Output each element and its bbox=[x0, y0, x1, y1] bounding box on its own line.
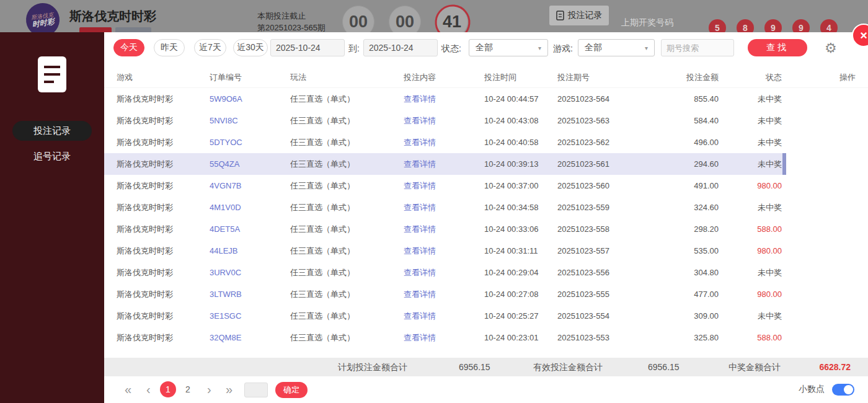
view-detail-link[interactable]: 查看详情 bbox=[404, 268, 436, 277]
table-row[interactable]: 斯洛伐克时时彩 5DTYOC 任三直选（单式） 查看详情 10-24 00:40… bbox=[104, 131, 868, 153]
first-page-icon[interactable]: « bbox=[125, 381, 131, 397]
cell-game: 斯洛伐克时时彩 bbox=[117, 289, 210, 300]
order-number-link[interactable]: 3E1SGC bbox=[210, 311, 290, 321]
order-number-link[interactable]: 5DTYOC bbox=[210, 138, 290, 147]
view-detail-link[interactable]: 查看详情 bbox=[404, 333, 436, 342]
table-row[interactable]: 斯洛伐克时时彩 32QM8E 任三直选（单式） 查看详情 10-24 00:23… bbox=[104, 327, 868, 348]
table-row[interactable]: 斯洛伐克时时彩 3E1SGC 任三直选（单式） 查看详情 10-24 00:25… bbox=[104, 305, 868, 327]
cell-play-type: 任三直选（单式） bbox=[290, 224, 404, 235]
gear-icon[interactable]: ⚙ bbox=[825, 40, 837, 56]
deadline-label: 本期投注截止 bbox=[257, 11, 306, 22]
sidebar-item-chase-records[interactable]: 追号记录 bbox=[12, 146, 92, 166]
plan-total-label: 计划投注金额合计 bbox=[338, 358, 407, 376]
last-page-icon[interactable]: » bbox=[226, 381, 232, 397]
cell-amount: 304.80 bbox=[632, 268, 719, 277]
cell-game: 斯洛伐克时时彩 bbox=[117, 202, 210, 213]
cell-play-type: 任三直选（单式） bbox=[290, 246, 404, 257]
cell-game: 斯洛伐克时时彩 bbox=[117, 115, 210, 126]
cell-play-type: 任三直选（单式） bbox=[290, 180, 404, 192]
table-row[interactable]: 斯洛伐克时时彩 3LTWRB 任三直选（单式） 查看详情 10-24 00:27… bbox=[104, 283, 868, 305]
cell-status: 未中奖 bbox=[719, 115, 782, 126]
cell-game: 斯洛伐克时时彩 bbox=[117, 180, 210, 192]
cell-amount: 855.40 bbox=[632, 94, 719, 104]
order-number-link[interactable]: 3LTWRB bbox=[210, 290, 290, 299]
view-detail-link[interactable]: 查看详情 bbox=[404, 159, 436, 169]
cell-play-type: 任三直选（单式） bbox=[290, 311, 404, 322]
order-number-link[interactable]: 5W9O6A bbox=[210, 94, 290, 104]
chevron-down-icon: ▾ bbox=[645, 45, 648, 51]
background-page-header: 斯洛伐克 时时彩 斯洛伐克时时彩 本期投注截止 第20251023-565期 0… bbox=[0, 0, 868, 37]
view-detail-link[interactable]: 查看详情 bbox=[404, 94, 436, 104]
quick-filter-30days[interactable]: 近30天 bbox=[233, 39, 268, 56]
view-detail-link[interactable]: 查看详情 bbox=[404, 138, 436, 147]
cell-status: 980.00 bbox=[719, 246, 782, 255]
table-row[interactable]: 斯洛伐克时时彩 4M1V0D 任三直选（单式） 查看详情 10-24 00:34… bbox=[104, 197, 868, 218]
order-number-link[interactable]: 55Q4ZA bbox=[210, 159, 290, 169]
quick-filter-7days[interactable]: 近7天 bbox=[194, 39, 226, 56]
sidebar-item-bet-records[interactable]: 投注记录 bbox=[12, 121, 92, 141]
order-number-link[interactable]: 5NVI8C bbox=[210, 116, 290, 125]
view-detail-link[interactable]: 查看详情 bbox=[404, 224, 436, 234]
view-detail-link[interactable]: 查看详情 bbox=[404, 311, 436, 321]
order-number-link[interactable]: 44LEJB bbox=[210, 246, 290, 255]
order-number-link[interactable]: 32QM8E bbox=[210, 333, 290, 342]
page-2-button[interactable]: 2 bbox=[180, 381, 196, 397]
table-row[interactable]: 斯洛伐克时时彩 44LEJB 任三直选（单式） 查看详情 10-24 00:31… bbox=[104, 240, 868, 262]
summary-bar: 计划投注金额合计 6956.15 有效投注金额合计 6956.15 中奖金额合计… bbox=[104, 358, 868, 376]
issue-search-input[interactable] bbox=[661, 39, 734, 56]
cell-issue: 20251023-559 bbox=[557, 203, 632, 212]
search-button[interactable]: 查找 bbox=[748, 39, 807, 56]
status-select[interactable]: 全部 ▾ bbox=[469, 39, 548, 56]
close-icon: × bbox=[860, 29, 867, 43]
table-row[interactable]: 斯洛伐克时时彩 4VGN7B 任三直选（单式） 查看详情 10-24 00:37… bbox=[104, 175, 868, 197]
table-row[interactable]: 斯洛伐克时时彩 55Q4ZA 任三直选（单式） 查看详情 10-24 00:39… bbox=[104, 153, 868, 175]
cell-issue: 20251023-558 bbox=[557, 224, 632, 234]
game-select[interactable]: 全部 ▾ bbox=[578, 39, 655, 56]
quick-filter-yesterday[interactable]: 昨天 bbox=[154, 39, 185, 56]
cell-amount: 324.60 bbox=[632, 203, 719, 212]
prev-page-icon[interactable]: ‹ bbox=[146, 381, 151, 397]
table-body: 斯洛伐克时时彩 5W9O6A 任三直选（单式） 查看详情 10-24 00:44… bbox=[104, 88, 868, 348]
cell-game: 斯洛伐克时时彩 bbox=[117, 267, 210, 278]
table-row[interactable]: 斯洛伐克时时彩 5NVI8C 任三直选（单式） 查看详情 10-24 00:43… bbox=[104, 110, 868, 131]
table-row[interactable]: 斯洛伐克时时彩 3URV0C 任三直选（单式） 查看详情 10-24 00:29… bbox=[104, 262, 868, 283]
view-detail-link[interactable]: 查看详情 bbox=[404, 290, 436, 299]
decimal-toggle[interactable] bbox=[832, 384, 854, 396]
cell-amount: 496.00 bbox=[632, 138, 719, 147]
order-number-link[interactable]: 4VGN7B bbox=[210, 181, 290, 190]
view-detail-link[interactable]: 查看详情 bbox=[404, 246, 436, 255]
order-number-link[interactable]: 4DET5A bbox=[210, 224, 290, 234]
lottery-title: 斯洛伐克时时彩 bbox=[69, 8, 156, 25]
cell-issue: 20251023-563 bbox=[557, 116, 632, 125]
cell-bet-time: 10-24 00:27:08 bbox=[484, 290, 557, 299]
quick-filter-today[interactable]: 今天 bbox=[113, 39, 144, 56]
cell-bet-time: 10-24 00:40:58 bbox=[484, 138, 557, 147]
cell-amount: 491.00 bbox=[632, 181, 719, 190]
header-time: 投注时间 bbox=[484, 72, 557, 83]
table-row[interactable]: 斯洛伐克时时彩 4DET5A 任三直选（单式） 查看详情 10-24 00:33… bbox=[104, 218, 868, 240]
order-number-link[interactable]: 4M1V0D bbox=[210, 203, 290, 212]
game-filter-label: 游戏: bbox=[553, 43, 573, 55]
cell-play-type: 任三直选（单式） bbox=[290, 202, 404, 213]
date-to-input[interactable] bbox=[363, 39, 438, 56]
next-page-icon[interactable]: › bbox=[207, 381, 211, 397]
view-detail-link[interactable]: 查看详情 bbox=[404, 116, 436, 125]
cell-play-type: 任三直选（单式） bbox=[290, 115, 404, 126]
view-detail-link[interactable]: 查看详情 bbox=[404, 181, 436, 190]
view-detail-link[interactable]: 查看详情 bbox=[404, 203, 436, 212]
cell-game: 斯洛伐克时时彩 bbox=[117, 137, 210, 148]
order-number-link[interactable]: 3URV0C bbox=[210, 268, 290, 277]
bet-record-button-background[interactable]: 投注记录 bbox=[549, 6, 609, 25]
cell-status: 588.00 bbox=[719, 224, 782, 234]
confirm-button[interactable]: 确定 bbox=[275, 382, 308, 398]
table-header: 游戏 订单编号 玩法 投注内容 投注时间 投注期号 投注金额 状态 操作 bbox=[104, 67, 868, 88]
cell-amount: 584.40 bbox=[632, 116, 719, 125]
page-jump-input[interactable] bbox=[244, 383, 268, 397]
header-game: 游戏 bbox=[117, 72, 210, 83]
date-from-input[interactable] bbox=[270, 39, 345, 56]
cell-amount: 325.80 bbox=[632, 333, 719, 342]
cell-amount: 477.00 bbox=[632, 290, 719, 299]
table-row[interactable]: 斯洛伐克时时彩 5W9O6A 任三直选（单式） 查看详情 10-24 00:44… bbox=[104, 88, 868, 110]
chevron-down-icon: ▾ bbox=[538, 45, 541, 51]
page-1-button[interactable]: 1 bbox=[160, 381, 176, 397]
